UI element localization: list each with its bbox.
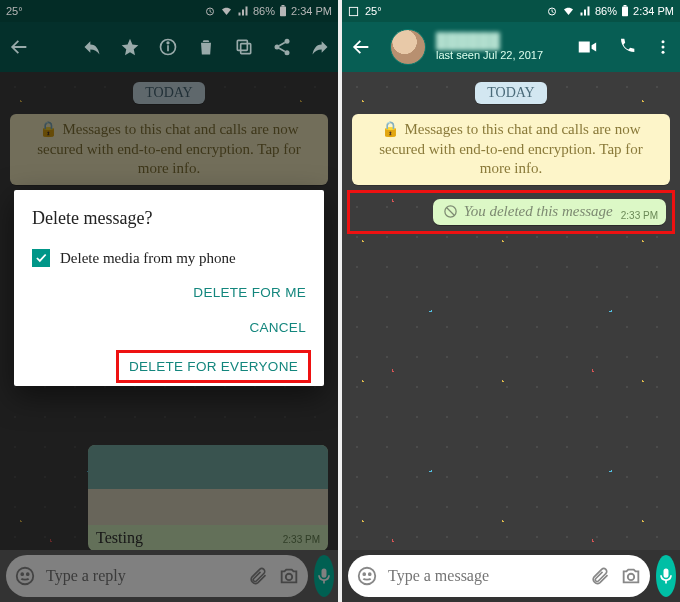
screenshot-icon	[348, 6, 359, 17]
back-arrow-icon[interactable]	[8, 36, 30, 58]
svg-point-13	[27, 573, 29, 575]
delete-for-me-button[interactable]: DELETE FOR ME	[193, 285, 306, 300]
message-input-pill[interactable]	[6, 555, 308, 597]
battery-percent: 86%	[253, 5, 275, 17]
message-input-bar	[342, 550, 680, 602]
svg-rect-6	[241, 44, 251, 54]
block-icon	[443, 204, 458, 219]
videocall-icon[interactable]	[576, 36, 598, 58]
emoji-icon[interactable]	[356, 565, 378, 587]
delete-media-checkbox-row[interactable]: Delete media from my phone	[32, 249, 306, 267]
status-bar: 25° 86% 2:34 PM	[0, 0, 338, 22]
encryption-text: Messages to this chat and calls are now …	[379, 121, 643, 176]
status-bar: 25° 86% 2:34 PM	[342, 0, 680, 22]
mic-button[interactable]	[314, 555, 334, 597]
delete-icon[interactable]	[196, 37, 216, 57]
alarm-icon	[546, 5, 558, 17]
info-icon[interactable]	[158, 37, 178, 57]
camera-icon[interactable]	[278, 565, 300, 587]
call-icon[interactable]	[616, 37, 636, 57]
delete-message-dialog: Delete message? Delete media from my pho…	[14, 190, 324, 386]
svg-point-26	[369, 573, 371, 575]
message-media-thumb	[88, 445, 328, 525]
battery-icon	[621, 5, 629, 17]
checkbox-checked-icon[interactable]	[32, 249, 50, 267]
contact-info[interactable]: ██████ last seen Jul 22, 2017	[390, 29, 558, 65]
delete-for-everyone-button[interactable]: DELETE FOR EVERYONE	[121, 355, 306, 378]
message-input[interactable]	[388, 567, 580, 585]
chat-area: TODAY 🔒Messages to this chat and calls a…	[342, 72, 680, 550]
lock-icon: 🔒	[39, 121, 58, 137]
camera-icon[interactable]	[620, 565, 642, 587]
encryption-notice[interactable]: 🔒Messages to this chat and calls are now…	[352, 114, 670, 185]
deleted-message-bubble[interactable]: You deleted this message 2:33 PM	[433, 199, 666, 225]
screenshot-left: 25° 86% 2:34 PM TODA	[0, 0, 338, 602]
message-time: 2:33 PM	[283, 534, 320, 545]
date-pill: TODAY	[475, 82, 546, 104]
deleted-message-text: You deleted this message	[464, 203, 613, 220]
checkbox-label: Delete media from my phone	[60, 250, 236, 267]
svg-point-14	[286, 574, 292, 580]
wifi-icon	[220, 5, 233, 17]
svg-rect-18	[624, 5, 627, 7]
share-icon[interactable]	[272, 37, 292, 57]
clock-time: 2:34 PM	[633, 5, 674, 17]
forward-icon[interactable]	[310, 37, 330, 57]
message-input-bar	[0, 550, 338, 602]
star-icon[interactable]	[120, 37, 140, 57]
back-arrow-icon[interactable]	[350, 36, 372, 58]
message-time: 2:33 PM	[621, 210, 658, 221]
svg-point-12	[21, 573, 23, 575]
reply-icon[interactable]	[82, 37, 102, 57]
contact-name: ██████	[436, 33, 543, 50]
attach-icon[interactable]	[248, 566, 268, 586]
cancel-button[interactable]: CANCEL	[249, 320, 306, 335]
avatar	[390, 29, 426, 65]
svg-point-25	[363, 573, 365, 575]
last-seen: last seen Jul 22, 2017	[436, 49, 543, 61]
svg-line-23	[446, 207, 454, 215]
svg-point-27	[628, 574, 634, 580]
svg-rect-17	[622, 7, 628, 17]
message-caption: Testing	[96, 529, 143, 547]
message-input[interactable]	[46, 567, 238, 585]
svg-point-8	[285, 39, 290, 44]
screenshot-right: 25° 86% 2:34 PM ██████ last seen Jul 22,…	[342, 0, 680, 602]
battery-icon	[279, 5, 287, 17]
svg-point-9	[275, 45, 280, 50]
encryption-notice[interactable]: 🔒Messages to this chat and calls are now…	[10, 114, 328, 185]
copy-icon[interactable]	[234, 37, 254, 57]
attach-icon[interactable]	[590, 566, 610, 586]
emoji-icon[interactable]	[14, 565, 36, 587]
alarm-icon	[204, 5, 216, 17]
signal-icon	[237, 5, 249, 17]
message-input-pill[interactable]	[348, 555, 650, 597]
mic-button[interactable]	[656, 555, 676, 597]
selection-toolbar	[0, 22, 338, 72]
svg-rect-15	[349, 7, 357, 15]
svg-point-11	[17, 568, 34, 585]
menu-dots-icon[interactable]	[654, 37, 672, 57]
svg-rect-1	[280, 7, 286, 17]
chat-header: ██████ last seen Jul 22, 2017	[342, 22, 680, 72]
svg-rect-2	[282, 5, 285, 7]
dialog-title: Delete message?	[32, 208, 306, 229]
chat-area: TODAY 🔒Messages to this chat and calls a…	[0, 72, 338, 550]
message-bubble-testing[interactable]: Testing 2:33 PM	[88, 445, 328, 551]
svg-point-24	[359, 568, 376, 585]
svg-point-10	[285, 50, 290, 55]
temperature: 25°	[6, 5, 23, 17]
battery-percent: 86%	[595, 5, 617, 17]
svg-point-5	[167, 42, 169, 44]
svg-rect-7	[237, 40, 247, 50]
clock-time: 2:34 PM	[291, 5, 332, 17]
svg-point-19	[662, 40, 665, 43]
signal-icon	[579, 5, 591, 17]
encryption-text: Messages to this chat and calls are now …	[37, 121, 301, 176]
svg-point-20	[662, 46, 665, 49]
temperature: 25°	[365, 5, 382, 17]
lock-icon: 🔒	[381, 121, 400, 137]
svg-point-21	[662, 51, 665, 54]
date-pill: TODAY	[133, 82, 204, 104]
wifi-icon	[562, 5, 575, 17]
